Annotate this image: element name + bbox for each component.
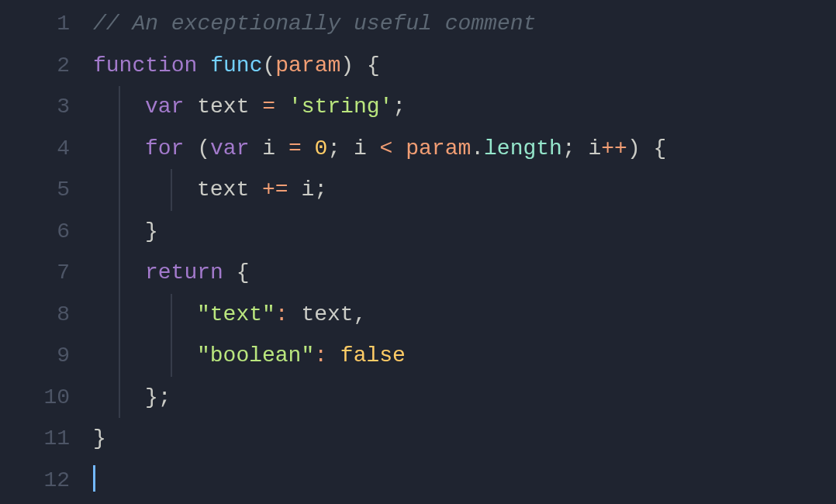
token-punc: } — [145, 219, 158, 243]
code-line[interactable]: 6} — [0, 211, 836, 253]
token-keyword: function — [93, 54, 197, 78]
token-prop: length — [484, 136, 562, 161]
token-param: param — [406, 136, 471, 161]
code-content[interactable]: for (var i = 0; i < param.length; i++) { — [93, 128, 836, 170]
code-content[interactable]: "boolean": false — [93, 335, 836, 377]
token-ident: text — [197, 95, 249, 119]
token-ident: i — [354, 136, 367, 161]
token-punc: ; — [314, 178, 327, 202]
code-line[interactable]: 1// An exceptionally useful comment — [0, 3, 836, 45]
token-space — [575, 136, 589, 161]
token-punc: } — [145, 385, 158, 409]
token-ident: i — [262, 136, 275, 161]
line-number: 4 — [0, 128, 93, 170]
token-punc: ; — [158, 385, 171, 409]
token-space — [249, 95, 262, 119]
indent-guide — [119, 128, 120, 170]
code-line[interactable]: 9"boolean": false — [0, 335, 836, 377]
line-number: 10 — [0, 377, 93, 419]
line-number: 2 — [0, 45, 93, 87]
token-operator: += — [262, 178, 288, 202]
token-number: 0 — [315, 136, 328, 161]
token-operator: < — [380, 136, 393, 161]
token-string: "text" — [197, 302, 275, 326]
token-ident: i — [589, 136, 602, 161]
token-space — [367, 136, 380, 161]
line-number: 1 — [0, 3, 93, 45]
line-number: 3 — [0, 86, 93, 128]
token-space — [275, 136, 288, 161]
indent-guide — [119, 169, 120, 211]
code-content[interactable]: return { — [93, 252, 836, 294]
text-cursor — [93, 465, 95, 492]
token-operator: = — [262, 95, 275, 119]
token-param: param — [275, 54, 340, 78]
token-space — [288, 178, 302, 202]
token-space — [288, 302, 302, 326]
line-number: 11 — [0, 418, 93, 460]
token-string: "boolean" — [197, 343, 314, 368]
token-punc: ; — [327, 136, 340, 161]
token-keyword: var — [145, 95, 184, 119]
indent-guide — [119, 86, 120, 128]
token-punc: } — [93, 426, 106, 450]
token-punc: ; — [562, 136, 575, 161]
code-content[interactable] — [93, 460, 836, 502]
token-space — [249, 178, 262, 202]
code-content[interactable]: "text": text, — [93, 294, 836, 336]
token-keyword: for — [145, 136, 184, 161]
token-space — [641, 136, 654, 161]
token-string: 'string' — [288, 95, 392, 119]
code-line[interactable]: 3var text = 'string'; — [0, 86, 836, 128]
code-content[interactable]: } — [93, 211, 836, 253]
token-punc: ) — [340, 54, 354, 78]
token-ident: i — [301, 178, 314, 202]
token-space — [302, 136, 315, 161]
token-space — [197, 54, 210, 78]
token-ident: text — [301, 302, 353, 326]
token-punc: { — [367, 54, 380, 78]
token-space — [340, 136, 354, 161]
code-line[interactable]: 7return { — [0, 252, 836, 294]
token-punc: { — [654, 136, 667, 161]
token-punc: ; — [392, 95, 406, 119]
token-keyword: var — [210, 136, 249, 161]
indent-guide — [119, 252, 120, 294]
token-punc: { — [237, 261, 250, 285]
token-operator: ++ — [601, 136, 627, 161]
token-punc: ( — [262, 54, 275, 78]
code-line[interactable]: 2function func(param) { — [0, 45, 836, 87]
code-line[interactable]: 12 — [0, 460, 836, 502]
token-funcname: func — [210, 54, 262, 78]
code-line[interactable]: 11} — [0, 418, 836, 460]
indent-guide — [119, 377, 120, 419]
token-comment: // An exceptionally useful comment — [93, 12, 536, 36]
token-space — [275, 95, 288, 119]
code-content[interactable]: }; — [93, 377, 836, 419]
code-content[interactable]: text += i; — [93, 169, 836, 211]
token-punc: . — [471, 136, 484, 161]
code-content[interactable]: function func(param) { — [93, 45, 836, 87]
token-space — [184, 95, 197, 119]
code-content[interactable]: // An exceptionally useful comment — [93, 3, 836, 45]
code-line[interactable]: 4for (var i = 0; i < param.length; i++) … — [0, 128, 836, 170]
indent-guide — [171, 335, 172, 377]
token-bool: false — [340, 343, 406, 368]
line-number: 6 — [0, 211, 93, 253]
token-space — [354, 54, 367, 78]
line-number: 12 — [0, 460, 93, 502]
code-content[interactable]: } — [93, 418, 836, 460]
indent-guide — [119, 211, 120, 253]
code-line[interactable]: 5text += i; — [0, 169, 836, 211]
code-editor[interactable]: 1// An exceptionally useful comment2func… — [0, 0, 836, 501]
line-number: 9 — [0, 335, 93, 377]
code-line[interactable]: 10}; — [0, 377, 836, 419]
token-operator: : — [275, 302, 288, 326]
line-number: 5 — [0, 169, 93, 211]
code-line[interactable]: 8"text": text, — [0, 294, 836, 336]
token-space — [392, 136, 406, 161]
code-content[interactable]: var text = 'string'; — [93, 86, 836, 128]
token-operator: : — [314, 343, 327, 368]
indent-guide — [171, 294, 172, 336]
indent-guide — [119, 294, 120, 336]
